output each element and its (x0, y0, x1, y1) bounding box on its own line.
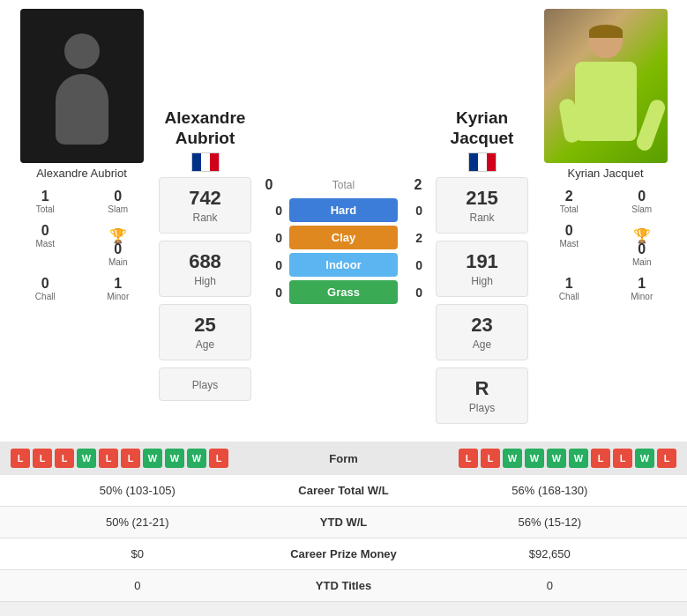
left-age-box: 25 Age (159, 304, 251, 360)
right-age-box: 23 Age (436, 304, 528, 360)
bottom-right-val: 56% (15-12) (423, 516, 677, 529)
clay-right: 2 (405, 231, 422, 245)
right-body (575, 62, 637, 141)
form-left: LLLWLLWWWL (11, 449, 291, 468)
indoor-row: 0 Indoor 0 (265, 253, 422, 277)
form-badge-left: L (99, 449, 118, 468)
form-badge-left: L (55, 449, 74, 468)
total-left-val: 0 (256, 177, 282, 193)
left-rank-box: 742 Rank (159, 177, 251, 234)
right-player-photo (544, 9, 668, 163)
bottom-right-val: $92,650 (423, 547, 677, 560)
form-badge-right: L (459, 449, 478, 468)
grass-btn: Grass (289, 280, 398, 304)
form-badge-right: W (503, 449, 522, 468)
hard-right: 0 (405, 204, 422, 218)
form-right: LLWWWWLLWL (397, 449, 677, 468)
right-player-section: Kyrian Jacquet 2 Total 0 Slam 0 Mast 🏆 (533, 9, 678, 426)
left-rank-value: 742 (168, 187, 242, 210)
left-slam-label: Slam (82, 204, 155, 214)
right-age-value: 23 (445, 314, 519, 337)
indoor-right: 0 (405, 258, 422, 272)
left-player-section: Alexandre Aubriot 1 Total 0 Slam 0 Mast … (9, 9, 154, 426)
hard-btn: Hard (289, 198, 398, 222)
grass-row: 0 Grass 0 (265, 280, 422, 304)
form-badge-right: L (591, 449, 610, 468)
left-minor-cell: 1 Minor (82, 272, 155, 305)
form-badge-right: W (547, 449, 566, 468)
right-high-label: High (445, 275, 519, 287)
right-age-label: Age (445, 338, 519, 351)
left-high-value: 688 (168, 250, 242, 273)
left-mast-val: 0 (9, 223, 82, 239)
right-player-header-name: Kyrian Jacquet (436, 108, 528, 149)
bottom-left-val: 50% (21-21) (11, 516, 265, 529)
form-badge-left: L (11, 449, 30, 468)
right-mast-label: Mast (533, 239, 606, 249)
total-label: Total (282, 179, 405, 191)
right-minor-val: 1 (606, 276, 679, 292)
right-slam-label: Slam (606, 204, 679, 214)
bottom-row: 50% (103-105)Career Total W/L56% (168-13… (0, 475, 687, 507)
right-body-container (575, 62, 637, 141)
right-mast-cell: 0 Mast (533, 219, 606, 252)
form-badge-right: W (635, 449, 654, 468)
left-main-cell: 0 Main (82, 238, 155, 271)
total-right-val: 2 (405, 177, 431, 193)
main-container: Alexandre Aubriot 1 Total 0 Slam 0 Mast … (0, 0, 687, 602)
right-plays-box: R Plays (436, 367, 528, 424)
bottom-right-val: 0 (423, 579, 677, 592)
form-badge-left: W (77, 449, 96, 468)
bottom-center-label: Career Total W/L (265, 484, 423, 497)
left-player-stats-grid: 1 Total 0 Slam 0 Mast 🏆 0 Main (9, 185, 154, 305)
right-minor-cell: 1 Minor (606, 272, 679, 305)
form-badge-left: L (209, 449, 228, 468)
right-main-label: Main (606, 257, 679, 267)
left-total-cell: 1 Total (9, 185, 82, 218)
indoor-btn: Indoor (289, 253, 398, 277)
bottom-left-val: $0 (11, 547, 265, 560)
clay-left: 0 (265, 231, 282, 245)
left-chall-val: 0 (9, 276, 82, 292)
right-rank-box: 215 Rank (436, 177, 528, 234)
bottom-center-label: YTD W/L (265, 516, 423, 529)
left-main-val: 0 (82, 241, 155, 257)
left-rank-label: Rank (168, 212, 242, 224)
form-section: LLLWLLWWWL Form LLWWWWLLWL (0, 442, 687, 475)
right-chall-val: 1 (533, 276, 606, 292)
bottom-right-val: 56% (168-130) (423, 484, 677, 497)
right-hair (589, 25, 623, 38)
right-player-name: Kyrian Jacquet (568, 167, 644, 180)
clay-btn: Clay (289, 226, 398, 249)
left-mast-cell: 0 Mast (9, 219, 82, 252)
form-badge-left: W (143, 449, 162, 468)
form-badge-right: W (525, 449, 544, 468)
form-badge-right: W (569, 449, 588, 468)
left-age-label: Age (168, 338, 242, 351)
right-high-box: 191 High (436, 241, 528, 297)
left-total-val: 1 (9, 189, 82, 204)
bottom-row: 50% (21-21)YTD W/L56% (15-12) (0, 507, 687, 538)
left-plays-label: Plays (168, 379, 242, 391)
silhouette-body (56, 74, 108, 145)
right-mast-val: 0 (533, 223, 606, 239)
right-head (589, 25, 623, 58)
total-h2h-row: 0 Total 2 (256, 172, 431, 198)
form-badge-right: L (481, 449, 500, 468)
left-slam-val: 0 (82, 189, 155, 204)
right-player-stats-grid: 2 Total 0 Slam 0 Mast 🏆 0 Main (533, 185, 678, 305)
left-flag (159, 152, 251, 172)
right-chall-cell: 1 Chall (533, 272, 606, 305)
right-high-value: 191 (445, 250, 519, 273)
grass-left: 0 (265, 286, 282, 300)
bottom-left-val: 50% (103-105) (11, 484, 265, 497)
left-name-header: Alexandre Aubriot (159, 9, 251, 172)
right-stats-col: Kyrian Jacquet 215 Rank 191 High (436, 9, 528, 426)
right-name-header: Kyrian Jacquet (436, 9, 528, 172)
left-player-photo (20, 9, 144, 163)
left-player-name: Alexandre Aubriot (36, 167, 127, 180)
right-slam-cell: 0 Slam (606, 185, 679, 218)
right-rank-label: Rank (445, 212, 519, 224)
hard-row: 0 Hard 0 (265, 198, 422, 222)
form-badge-right: L (613, 449, 632, 468)
